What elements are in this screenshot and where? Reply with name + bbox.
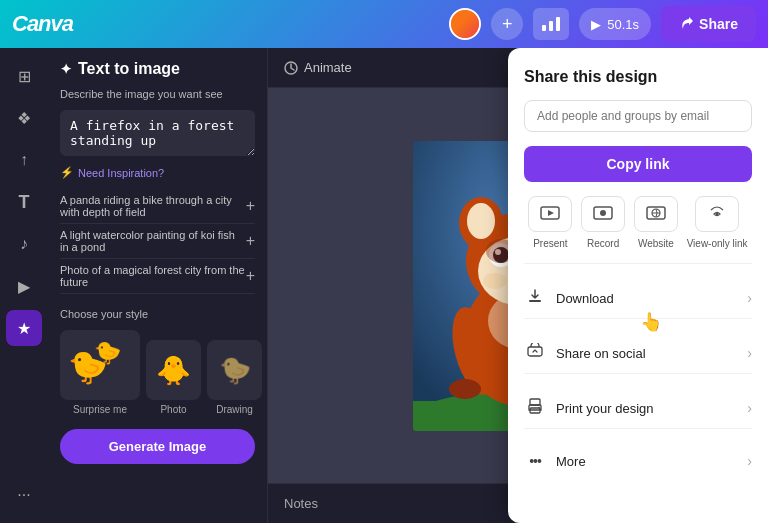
chart-icon — [542, 17, 560, 31]
svg-rect-40 — [530, 399, 540, 405]
share-icon-present[interactable]: Present — [528, 196, 572, 249]
share-social-label: Share on social — [556, 346, 737, 361]
viewonly-link-icon — [707, 206, 727, 222]
avatar-image — [451, 10, 479, 38]
record-label: Record — [587, 238, 619, 249]
style-label-photo: Photo — [160, 404, 186, 415]
style-item-photo[interactable]: 🐥 Photo — [146, 340, 201, 415]
suggestion-text-0: A panda riding a bike through a city wit… — [60, 194, 246, 218]
style-label-drawing: Drawing — [216, 404, 253, 415]
sidebar-item-text[interactable]: T — [6, 184, 42, 220]
suggestion-item-2: Photo of a magical forest city from the … — [60, 259, 255, 294]
download-svg-icon — [527, 288, 543, 304]
panel-title: ✦ Text to image — [60, 60, 255, 78]
svg-point-42 — [538, 407, 540, 409]
share-icon-viewonly[interactable]: View-only link — [687, 196, 748, 249]
describe-label: Describe the image you want see — [60, 88, 255, 100]
print-label: Print your design — [556, 401, 737, 416]
suggestion-text-1: A light watercolor painting of koi fish … — [60, 229, 246, 253]
duck-drawing-icon: 🐤 — [219, 355, 251, 386]
style-section-title: Choose your style — [60, 308, 255, 320]
share-action-more[interactable]: ••• More › — [524, 443, 752, 479]
sidebar-item-apps[interactable]: ★ — [6, 310, 42, 346]
download-label: Download — [556, 291, 737, 306]
print-icon — [524, 398, 546, 418]
website-icon-box — [634, 196, 678, 232]
generate-button[interactable]: Generate Image — [60, 429, 255, 464]
present-icon — [540, 206, 560, 222]
suggestions-list: A panda riding a bike through a city wit… — [60, 189, 255, 294]
user-avatar[interactable] — [449, 8, 481, 40]
text-to-image-icon: ✦ — [60, 61, 72, 77]
share-label: Share — [699, 16, 738, 32]
prompt-input[interactable]: A firefox in a forest standing up — [60, 110, 255, 156]
svg-point-25 — [449, 379, 481, 399]
add-button[interactable]: + — [491, 8, 523, 40]
sidebar-item-elements[interactable]: ❖ — [6, 100, 42, 136]
social-chevron: › — [747, 345, 752, 361]
social-svg-icon — [527, 343, 543, 359]
share-panel: Share this design Copy link Present — [508, 48, 768, 523]
share-icon-website[interactable]: Website — [634, 196, 678, 249]
animate-icon — [284, 61, 298, 75]
play-button[interactable]: ▶ 50.1s — [579, 8, 651, 40]
svg-rect-38 — [529, 300, 541, 302]
inspiration-label: Need Inspiration? — [78, 167, 164, 179]
sidebar-item-more[interactable]: ··· — [6, 477, 42, 513]
play-icon: ▶ — [591, 17, 601, 32]
stats-button[interactable] — [533, 8, 569, 40]
more-label: More — [556, 454, 737, 469]
download-chevron: › — [747, 290, 752, 306]
share-action-social[interactable]: Share on social › — [524, 333, 752, 374]
viewonly-icon-box — [695, 196, 739, 232]
record-icon — [593, 206, 613, 222]
suggestion-add-2[interactable]: + — [246, 267, 255, 285]
website-label: Website — [638, 238, 674, 249]
more-dots-icon: ••• — [524, 453, 546, 469]
suggestion-item-1: A light watercolor painting of koi fish … — [60, 224, 255, 259]
svg-rect-39 — [528, 347, 542, 356]
present-label: Present — [533, 238, 567, 249]
sidebar-item-pages[interactable]: ⊞ — [6, 58, 42, 94]
sidebar-item-audio[interactable]: ♪ — [6, 226, 42, 262]
sidebar-item-video[interactable]: ▶ — [6, 268, 42, 304]
canvas-area: Animate — [268, 48, 768, 523]
share-icon — [679, 17, 693, 31]
style-item-drawing[interactable]: 🐤 Drawing — [207, 340, 262, 415]
sidebar-item-upload[interactable]: ↑ — [6, 142, 42, 178]
left-panel: ✦ Text to image Describe the image you w… — [48, 48, 268, 523]
style-label-surprise: Surprise me — [73, 404, 127, 415]
inspiration-link[interactable]: ⚡ Need Inspiration? — [60, 166, 255, 179]
suggestion-add-1[interactable]: + — [246, 232, 255, 250]
animate-button[interactable]: Animate — [284, 60, 352, 75]
share-panel-title: Share this design — [524, 68, 752, 86]
copy-link-button[interactable]: Copy link — [524, 146, 752, 182]
svg-point-11 — [467, 203, 495, 239]
duck-medium-icon: 🐤 — [94, 340, 121, 366]
share-button[interactable]: Share — [661, 6, 756, 42]
share-icons-row: Present Record — [524, 196, 752, 249]
print-chevron: › — [747, 400, 752, 416]
panel-title-label: Text to image — [78, 60, 180, 78]
print-svg-icon — [527, 398, 543, 414]
style-thumb-drawing: 🐤 — [207, 340, 262, 400]
suggestion-text-2: Photo of a magical forest city from the … — [60, 264, 246, 288]
share-icon-record[interactable]: Record — [581, 196, 625, 249]
suggestion-item-0: A panda riding a bike through a city wit… — [60, 189, 255, 224]
style-item-surprise[interactable]: 🐤 🐤 Surprise me — [60, 330, 140, 415]
more-chevron: › — [747, 453, 752, 469]
suggestion-add-0[interactable]: + — [246, 197, 255, 215]
share-divider — [524, 263, 752, 264]
viewonly-label: View-only link — [687, 238, 748, 249]
icon-sidebar: ⊞ ❖ ↑ T ♪ ▶ ★ ··· — [0, 48, 48, 523]
play-time: 50.1s — [607, 17, 639, 32]
share-social-icon — [524, 343, 546, 363]
style-thumb-photo: 🐥 — [146, 340, 201, 400]
share-email-input[interactable] — [524, 100, 752, 132]
share-action-print[interactable]: Print your design › — [524, 388, 752, 429]
share-action-download[interactable]: Download › — [524, 278, 752, 319]
svg-rect-2 — [556, 17, 560, 31]
svg-point-21 — [483, 273, 507, 289]
download-icon — [524, 288, 546, 308]
main-content: ⊞ ❖ ↑ T ♪ ▶ ★ ··· ✦ Text to image Descri… — [0, 48, 768, 523]
